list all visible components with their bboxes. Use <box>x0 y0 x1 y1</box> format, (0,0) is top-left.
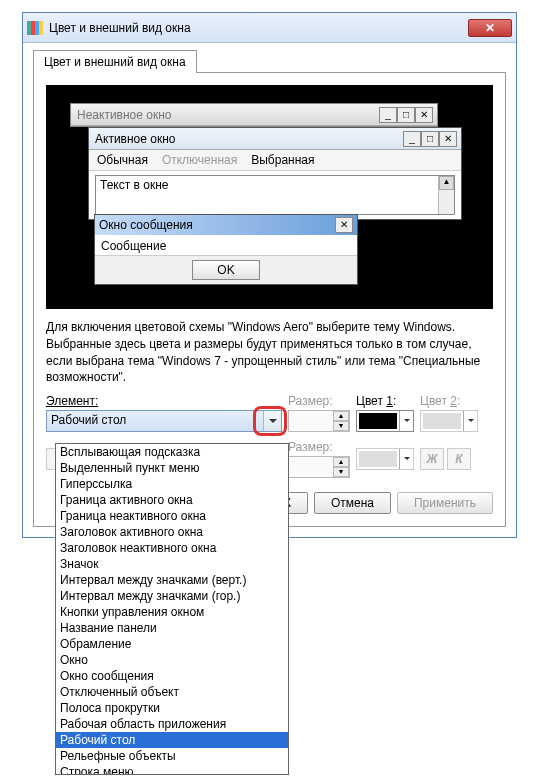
dropdown-item[interactable]: Гиперссылка <box>56 476 288 492</box>
size-value <box>289 411 333 431</box>
maximize-icon[interactable]: □ <box>421 131 439 147</box>
message-title: Окно сообщения <box>99 218 335 232</box>
menu-item-disabled: Отключенная <box>162 153 237 167</box>
inactive-window-title: Неактивное окно <box>75 108 379 122</box>
settings-row-1: Элемент: Рабочий стол Размер: ▲▼ Цвет <box>46 394 493 432</box>
font-color-button <box>356 448 414 470</box>
cancel-button[interactable]: Отмена <box>314 492 391 514</box>
apply-button: Применить <box>397 492 493 514</box>
preview-active-window: Активное окно _ □ ✕ Обычная Отключенная … <box>88 127 462 220</box>
preview-message-window: Окно сообщения ✕ Сообщение OK <box>94 214 358 285</box>
dropdown-item[interactable]: Окно сообщения <box>56 668 288 684</box>
dropdown-item[interactable]: Кнопки управления окном <box>56 604 288 620</box>
dropdown-item[interactable]: Граница активного окна <box>56 492 288 508</box>
dropdown-item[interactable]: Окно <box>56 652 288 668</box>
element-combobox[interactable]: Рабочий стол <box>46 410 282 432</box>
dropdown-item[interactable]: Обрамление <box>56 636 288 652</box>
message-ok-button[interactable]: OK <box>192 260 259 280</box>
textbox-text: Текст в окне <box>100 178 168 192</box>
label-color1: Цвет 1: <box>356 394 414 408</box>
font-size-spinner: ▲▼ <box>288 456 350 478</box>
color1-button[interactable] <box>356 410 414 432</box>
window-title: Цвет и внешний вид окна <box>49 21 468 35</box>
dropdown-item[interactable]: Полоса прокрутки <box>56 700 288 716</box>
preview-textbox[interactable]: Текст в окне ▲ <box>95 175 455 215</box>
dropdown-item[interactable]: Рабочий стол <box>56 732 288 748</box>
chevron-down-icon <box>463 411 477 431</box>
dropdown-item[interactable]: Заголовок активного окна <box>56 524 288 540</box>
titlebar[interactable]: Цвет и внешний вид окна ✕ <box>23 13 516 43</box>
close-button[interactable]: ✕ <box>468 19 512 37</box>
message-body: Сообщение <box>95 235 357 256</box>
scrollbar-vertical[interactable]: ▲ <box>438 176 454 214</box>
tab-appearance[interactable]: Цвет и внешний вид окна <box>33 50 197 73</box>
message-button-row: OK <box>95 256 357 284</box>
dropdown-item[interactable]: Всплывающая подсказка <box>56 444 288 460</box>
active-window-title: Активное окно <box>93 132 403 146</box>
dropdown-item[interactable]: Выделенный пункт меню <box>56 460 288 476</box>
chevron-down-icon[interactable] <box>263 411 281 431</box>
spin-up-icon: ▲ <box>333 457 349 467</box>
close-icon[interactable]: ✕ <box>439 131 457 147</box>
color1-swatch <box>359 413 397 429</box>
spin-down-icon: ▼ <box>333 467 349 477</box>
size-spinner[interactable]: ▲▼ <box>288 410 350 432</box>
element-dropdown-list[interactable]: Всплывающая подсказкаВыделенный пункт ме… <box>55 443 289 775</box>
spin-down-icon[interactable]: ▼ <box>333 421 349 431</box>
menu-item-normal[interactable]: Обычная <box>97 153 148 167</box>
dropdown-item[interactable]: Значок <box>56 556 288 572</box>
close-icon[interactable]: ✕ <box>335 217 353 233</box>
active-window-header: Активное окно _ □ ✕ <box>89 128 461 150</box>
italic-button: К <box>447 448 471 470</box>
info-text: Для включения цветовой схемы "Windows Ae… <box>46 319 493 386</box>
dropdown-item[interactable]: Интервал между значками (верт.) <box>56 572 288 588</box>
label-size: Размер: <box>288 394 350 408</box>
close-icon[interactable]: ✕ <box>415 107 433 123</box>
color2-button <box>420 410 478 432</box>
preview-area: Неактивное окно _ □ ✕ Активное окно _ □ <box>46 85 493 309</box>
chevron-down-icon <box>399 449 413 469</box>
combobox-value: Рабочий стол <box>47 411 263 431</box>
chevron-down-icon[interactable] <box>399 411 413 431</box>
dropdown-item[interactable]: Рабочая область приложения <box>56 716 288 732</box>
bold-button: Ж <box>420 448 444 470</box>
dropdown-item[interactable]: Граница неактивного окна <box>56 508 288 524</box>
app-icon <box>27 21 43 35</box>
maximize-icon[interactable]: □ <box>397 107 415 123</box>
message-header: Окно сообщения ✕ <box>95 215 357 235</box>
menu-bar: Обычная Отключенная Выбранная <box>89 150 461 171</box>
scroll-up-icon[interactable]: ▲ <box>439 176 454 190</box>
minimize-icon[interactable]: _ <box>403 131 421 147</box>
minimize-icon[interactable]: _ <box>379 107 397 123</box>
dropdown-item[interactable]: Интервал между значками (гор.) <box>56 588 288 604</box>
label-color2: Цвет 2: <box>420 394 478 408</box>
label-element: Элемент: <box>46 394 282 408</box>
label-font-size: Размер: <box>288 440 350 454</box>
inactive-window-header: Неактивное окно _ □ ✕ <box>71 104 437 126</box>
dropdown-item[interactable]: Отключенный объект <box>56 684 288 700</box>
dropdown-item[interactable]: Название панели <box>56 620 288 636</box>
dropdown-item[interactable]: Заголовок неактивного окна <box>56 540 288 556</box>
color2-swatch <box>423 413 461 429</box>
preview-inactive-window: Неактивное окно _ □ ✕ <box>70 103 438 127</box>
dropdown-item[interactable]: Рельефные объекты <box>56 748 288 764</box>
dropdown-item[interactable]: Строка меню <box>56 764 288 775</box>
spin-up-icon[interactable]: ▲ <box>333 411 349 421</box>
menu-item-selected[interactable]: Выбранная <box>251 153 314 167</box>
